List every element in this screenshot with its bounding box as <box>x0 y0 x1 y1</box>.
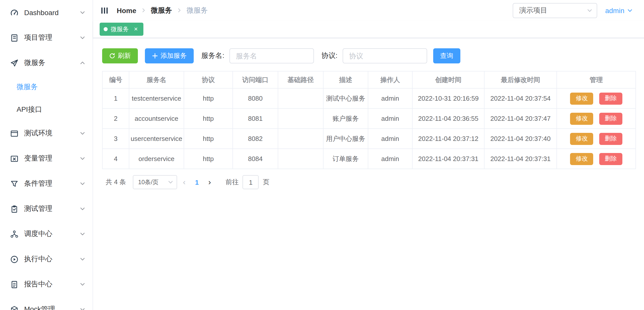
close-icon[interactable]: × <box>132 26 139 33</box>
test-mgmt-icon <box>10 205 19 213</box>
project-select[interactable]: 演示项目 <box>513 3 597 18</box>
current-page[interactable]: 1 <box>191 178 203 186</box>
sidebar-item-label: 测试环境 <box>24 129 79 138</box>
edit-button[interactable]: 修改 <box>570 133 593 145</box>
sidebar-item-label: 调度中心 <box>24 229 79 239</box>
tab-microservice[interactable]: 微服务 × <box>100 23 143 36</box>
user-dropdown[interactable]: admin <box>605 6 633 14</box>
sidebar-item-test-management[interactable]: 测试管理 <box>0 196 93 221</box>
edit-button[interactable]: 修改 <box>570 92 593 104</box>
breadcrumb-home[interactable]: Home <box>117 6 136 14</box>
breadcrumb-microservice[interactable]: 微服务 <box>151 6 172 15</box>
sidebar-item-condition-management[interactable]: 条件管理 <box>0 171 93 196</box>
plus-icon <box>152 53 158 59</box>
cell-description: 测试中心服务 <box>323 88 368 108</box>
chevron-down-icon <box>79 10 86 16</box>
dashboard-icon <box>10 8 19 17</box>
total-count: 共 4 条 <box>106 178 126 187</box>
edit-button[interactable]: 修改 <box>570 112 593 125</box>
chevron-down-icon <box>587 7 593 13</box>
sidebar-item-dashboard[interactable]: Dashboard <box>0 0 93 25</box>
sidebar-item-label: 执行中心 <box>24 255 79 264</box>
tags-view: 微服务 × <box>93 21 644 38</box>
cell-protocol: http <box>184 108 233 129</box>
project-select-value: 演示项目 <box>519 6 587 15</box>
chevron-up-icon <box>79 60 86 66</box>
hamburger-icon[interactable] <box>101 6 109 14</box>
table-row: 2 accountservice http 8081 账户服务 admin 20… <box>102 108 636 129</box>
mock-icon <box>10 305 19 310</box>
cell-operator: admin <box>368 129 412 149</box>
cell-base-path <box>278 108 323 129</box>
pagination: 共 4 条 10条/页 ‹ 1 › 前往 页 <box>102 175 635 189</box>
breadcrumb: Home 微服务 微服务 <box>117 6 208 15</box>
cell-base-path <box>278 149 323 169</box>
chevron-right-icon <box>141 8 146 13</box>
query-button[interactable]: 查询 <box>433 48 460 63</box>
sidebar-item-label: 项目管理 <box>24 33 79 42</box>
main-area: Home 微服务 微服务 演示项目 admin <box>93 0 644 310</box>
cell-actions: 修改 删除 <box>557 88 636 108</box>
sidebar-item-execution-center[interactable]: 执行中心 <box>0 247 93 272</box>
chevron-down-icon <box>79 156 86 162</box>
col-header-created: 创建时间 <box>412 71 484 88</box>
cell-description: 账户服务 <box>323 108 368 129</box>
table-row: 3 usercenterservice http 8082 用户中心服务 adm… <box>102 129 636 149</box>
cell-modified: 2022-11-04 20:37:54 <box>484 88 557 108</box>
project-icon <box>10 33 19 42</box>
sidebar-subitem-label: 微服务 <box>17 82 38 91</box>
cell-modified: 2022-11-04 20:37:31 <box>484 149 557 169</box>
sidebar-subitem-microservice[interactable]: 微服务 <box>0 75 93 98</box>
cell-protocol: http <box>184 149 233 169</box>
cell-operator: admin <box>368 88 412 108</box>
goto-page-input[interactable] <box>243 175 259 189</box>
col-header-operator: 操作人 <box>368 71 412 88</box>
navbar: Home 微服务 微服务 演示项目 admin <box>93 0 644 21</box>
delete-button[interactable]: 删除 <box>599 92 622 104</box>
protocol-input[interactable] <box>343 48 427 63</box>
sidebar-item-schedule-center[interactable]: 调度中心 <box>0 221 93 247</box>
next-page-button[interactable]: › <box>203 178 217 186</box>
sidebar-item-project-management[interactable]: 项目管理 <box>0 25 93 50</box>
cell-service-name: orderservice <box>129 149 184 169</box>
delete-button[interactable]: 删除 <box>599 153 622 165</box>
table-row: 4 orderservice http 8084 订单服务 admin 2022… <box>102 149 636 169</box>
service-name-input[interactable] <box>229 48 314 63</box>
sidebar-subitem-api-interface[interactable]: API接口 <box>0 98 93 121</box>
breadcrumb-current: 微服务 <box>187 6 208 15</box>
sidebar-item-label: Mock管理 <box>24 305 79 310</box>
delete-button[interactable]: 删除 <box>599 112 622 125</box>
execute-icon <box>10 255 19 263</box>
sidebar-item-label: 微服务 <box>24 58 79 67</box>
sidebar-item-label: 条件管理 <box>24 179 79 188</box>
report-icon <box>10 280 19 289</box>
chevron-down-icon <box>79 206 86 212</box>
sidebar-item-variable-management[interactable]: 变量管理 <box>0 146 93 171</box>
prev-page-button[interactable]: ‹ <box>177 178 191 186</box>
chevron-down-icon <box>79 181 86 187</box>
refresh-button[interactable]: 刷新 <box>102 48 138 63</box>
sidebar-item-report-center[interactable]: 报告中心 <box>0 272 93 297</box>
chevron-down-icon <box>79 35 86 41</box>
sidebar-item-mock-management[interactable]: Mock管理 <box>0 297 93 310</box>
cell-actions: 修改 删除 <box>557 129 636 149</box>
sidebar-item-microservice[interactable]: 微服务 <box>0 50 93 75</box>
edit-button[interactable]: 修改 <box>570 153 593 165</box>
add-service-button[interactable]: 添加服务 <box>145 48 194 63</box>
col-header-actions: 管理 <box>557 71 636 88</box>
sidebar-item-label: 报告中心 <box>24 280 79 289</box>
cell-modified: 2022-11-04 20:37:47 <box>484 108 557 129</box>
username: admin <box>605 6 624 14</box>
toolbar: 刷新 添加服务 服务名: 协议: 查询 <box>102 48 635 63</box>
table-row: 1 testcenterservice http 8080 测试中心服务 adm… <box>102 88 636 108</box>
protocol-label: 协议: <box>321 51 338 60</box>
delete-button[interactable]: 删除 <box>599 133 622 145</box>
col-header-modified: 最后修改时间 <box>484 71 557 88</box>
chevron-down-icon <box>79 306 86 310</box>
page-size-select[interactable]: 10条/页 <box>133 175 177 189</box>
chevron-right-icon <box>177 8 182 13</box>
col-header-protocol: 协议 <box>184 71 233 88</box>
cell-operator: admin <box>368 108 412 129</box>
cell-service-name: accountservice <box>129 108 184 129</box>
sidebar-item-test-environment[interactable]: 测试环境 <box>0 121 93 146</box>
